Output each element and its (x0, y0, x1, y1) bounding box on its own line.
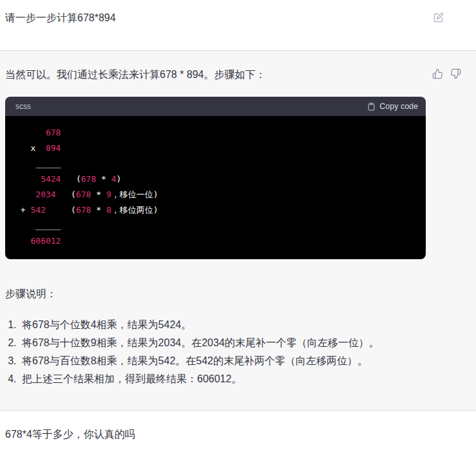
user-message-text: 请一步一步计算678*894 (5, 10, 418, 26)
copy-code-label: Copy code (379, 102, 418, 111)
code-line: _____ (15, 218, 415, 233)
code-line: 678 (15, 125, 415, 141)
code-block: scss Copy code 678 x 894 _____ 5424 (678… (5, 97, 426, 259)
code-line: _____ (15, 156, 415, 172)
thumbs-down-button[interactable] (450, 68, 461, 79)
code-language-label: scss (15, 102, 31, 111)
steps-title: 步骤说明： (5, 286, 476, 302)
edit-icon (433, 12, 444, 23)
code-line: + 542 (678 * 8，移位两位) (15, 202, 415, 218)
code-line: 2034 (678 * 9，移位一位) (15, 187, 415, 202)
assistant-message: 当然可以。我们通过长乘法来计算678 * 894。步骤如下： scss (0, 50, 476, 411)
steps-list: 将678与个位数4相乘，结果为5424。将678与十位数9相乘，结果为2034。… (5, 316, 476, 388)
user-message-1: 请一步一步计算678*894 (0, 0, 476, 50)
code-line: 606012 (15, 233, 415, 249)
code-content: 678 x 894 _____ 5424 (678 * 4) 2034 (678… (5, 116, 426, 259)
user-message-text: 678*4等于多少，你认真的吗 (5, 427, 418, 442)
copy-code-button[interactable]: Copy code (367, 102, 418, 112)
edit-message-button[interactable] (433, 12, 444, 23)
thumbs-up-icon (432, 68, 443, 79)
thumbs-down-icon (450, 68, 461, 79)
step-item: 将678与十位数9相乘，结果为2034。在2034的末尾补一个零（向左移一位）。 (19, 334, 476, 352)
feedback-buttons (432, 67, 461, 79)
code-line: x 894 (15, 141, 415, 156)
thumbs-up-button[interactable] (432, 68, 443, 79)
user-message-2: 678*4等于多少，你认真的吗 (0, 411, 476, 461)
assistant-intro-text: 当然可以。我们通过长乘法来计算678 * 894。步骤如下： (5, 67, 432, 83)
step-item: 将678与百位数8相乘，结果为542。在542的末尾补两个零（向左移两位）。 (19, 352, 476, 370)
code-line: 5424 (678 * 4) (15, 172, 415, 187)
clipboard-icon (367, 102, 376, 112)
code-block-header: scss Copy code (5, 97, 426, 116)
step-item: 把上述三个结果相加，得到最终结果：606012。 (19, 370, 476, 388)
step-item: 将678与个位数4相乘，结果为5424。 (19, 316, 476, 334)
